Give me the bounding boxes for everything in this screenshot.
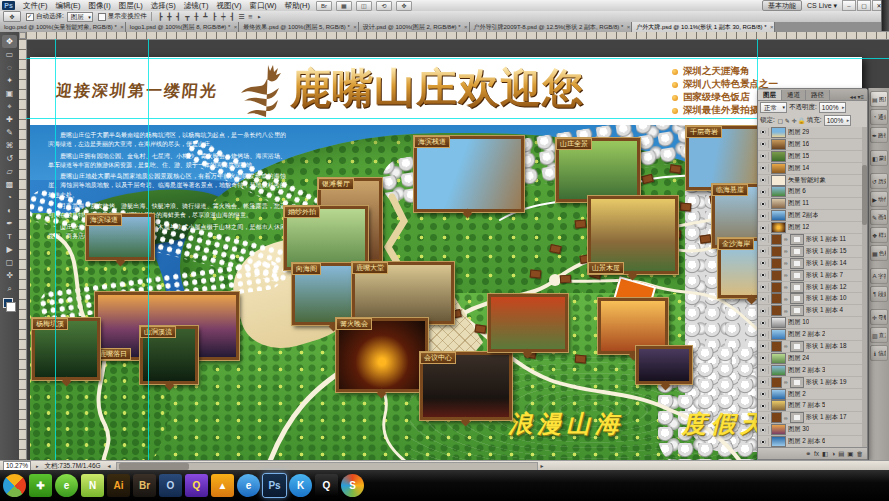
gradient-tool[interactable]: ▩ <box>2 178 17 191</box>
layer-name[interactable]: 形状 1 副本 10 <box>806 294 847 303</box>
layer-thumbnail[interactable] <box>771 258 782 269</box>
lasso-tool[interactable]: ◌ <box>2 61 17 74</box>
healing-brush-tool[interactable]: ✚ <box>2 113 17 126</box>
layer-action-button[interactable]: fx <box>814 450 819 457</box>
kugou-icon[interactable]: K <box>289 474 312 497</box>
layer-name[interactable]: 图层 11 <box>788 199 809 208</box>
vector-mask-thumbnail[interactable] <box>790 282 804 293</box>
vector-mask-thumbnail[interactable] <box>790 293 804 304</box>
layer-row[interactable]: ∞ 图层 10 <box>758 317 862 329</box>
quick-launch-icon[interactable]: ✥ <box>396 1 412 11</box>
visibility-eye-icon[interactable] <box>759 259 769 267</box>
game-center-icon[interactable]: Q <box>185 474 208 497</box>
layer-name[interactable]: 形状 1 副本 14 <box>806 259 847 268</box>
ie-browser-icon[interactable]: e <box>237 474 260 497</box>
layer-row[interactable]: ∞ 图层 14 <box>758 163 862 175</box>
layer-row[interactable]: ∞ 图层 29 <box>758 127 862 139</box>
dock-panel-button[interactable]: ✎ 画笔 <box>870 209 888 225</box>
layer-thumbnail[interactable] <box>771 139 786 150</box>
dock-panel-button[interactable]: ◔ 通道 <box>870 109 888 125</box>
layer-thumbnail[interactable] <box>771 127 786 138</box>
poster-document[interactable]: 迎接深圳第一缕阳光 鹿嘴山庄欢迎您 深圳之天涯海角 深圳八大特色景点之一 <box>30 57 862 460</box>
layer-name[interactable]: 矢量智能对象 <box>788 176 826 185</box>
dock-panel-button[interactable]: ▥ 直方 <box>870 327 888 343</box>
align-distribute-button[interactable]: ╋ <box>165 13 174 21</box>
layer-name[interactable]: 图层 12 <box>788 223 809 232</box>
visibility-eye-icon[interactable] <box>759 152 769 160</box>
layer-thumbnail[interactable] <box>771 400 786 411</box>
layer-action-button[interactable]: ▣ <box>847 450 853 458</box>
photo-viewer-icon[interactable]: ▲ <box>211 474 234 497</box>
visibility-eye-icon[interactable] <box>759 295 769 303</box>
quick-launch-icon[interactable]: Br <box>316 1 332 11</box>
layer-name[interactable]: 图层 10 <box>788 318 809 327</box>
lock-option-button[interactable]: 🔒 <box>798 117 805 124</box>
vector-mask-thumbnail[interactable] <box>790 377 804 388</box>
layer-name[interactable]: 形状 1 副本 18 <box>806 342 847 351</box>
layer-row[interactable]: ∞ 图层 2 副本 3 <box>758 365 862 377</box>
auto-select-target-dropdown[interactable]: 图层 <box>67 12 93 22</box>
layer-action-button[interactable]: 🗑 <box>857 450 864 457</box>
layer-action-button[interactable]: ◧ <box>822 450 828 458</box>
layer-thumbnail[interactable] <box>771 353 786 364</box>
layer-name[interactable]: 形状 1 副本 7 <box>806 271 843 280</box>
cs-live-button[interactable]: CS Live ▾ <box>802 2 842 10</box>
show-desktop-button[interactable] <box>881 0 889 31</box>
dock-panel-button[interactable]: ℹ 信息 <box>870 345 888 361</box>
clone-stamp-tool[interactable]: ⌘ <box>2 139 17 152</box>
layer-thumbnail[interactable] <box>771 151 786 162</box>
layer-thumbnail[interactable] <box>771 317 786 328</box>
visibility-eye-icon[interactable] <box>759 176 769 184</box>
dock-panel-button[interactable]: ▶ 动作 <box>870 191 888 207</box>
align-distribute-button[interactable]: ≡ <box>246 13 255 21</box>
menu-item[interactable]: 视图(V) <box>212 1 245 11</box>
dock-panel-button[interactable]: ✒ 路径 <box>870 127 888 143</box>
visibility-eye-icon[interactable] <box>759 188 769 196</box>
visibility-eye-icon[interactable] <box>759 378 769 386</box>
menu-item[interactable]: 图层(L) <box>115 1 147 11</box>
layer-action-button[interactable]: ⚭ <box>806 450 811 458</box>
layer-row[interactable]: ∞ 图层 12 <box>758 222 862 234</box>
layer-thumbnail[interactable] <box>771 198 786 209</box>
scroll-right-arrow[interactable]: ► <box>538 463 547 469</box>
layer-name[interactable]: 形状 1 副本 4 <box>806 306 843 315</box>
layer-name[interactable]: 图层 24 <box>788 354 809 363</box>
dock-panel-button[interactable]: ↺ 历史 <box>870 173 888 189</box>
menu-item[interactable]: 文件(F) <box>19 1 52 11</box>
layer-thumbnail[interactable] <box>771 341 782 352</box>
visibility-eye-icon[interactable] <box>759 354 769 362</box>
visibility-eye-icon[interactable] <box>759 128 769 136</box>
document-tab[interactable]: 最终效果.psd @ 100%(图层 5, RGB/8) * <box>239 22 358 32</box>
layer-name[interactable]: 图层 15 <box>788 152 809 161</box>
layers-scrollbar[interactable] <box>862 127 867 447</box>
marquee-tool[interactable]: ▭ <box>2 48 17 61</box>
lock-option-button[interactable]: ✎ <box>784 117 791 124</box>
layer-thumbnail[interactable] <box>771 365 786 376</box>
visibility-eye-icon[interactable] <box>759 390 769 398</box>
visibility-eye-icon[interactable] <box>759 331 769 339</box>
window-control-button[interactable]: ▢ <box>857 0 871 11</box>
dock-panel-button[interactable]: ¶ 段落 <box>870 286 888 302</box>
layer-row[interactable]: ∞ 形状 1 副本 11 <box>758 234 862 246</box>
align-distribute-button[interactable]: ┫ <box>174 13 183 21</box>
visibility-eye-icon[interactable] <box>759 426 769 434</box>
crop-tool[interactable]: ▣ <box>2 87 17 100</box>
zoom-tool[interactable]: ⌕ <box>2 282 17 295</box>
layer-row[interactable]: ∞ 图层 2 副本 6 <box>758 436 862 447</box>
document-tab[interactable]: 设计.psd @ 100%(图层 2, RGB/8#) * <box>359 22 470 32</box>
menu-item[interactable]: 帮助(H) <box>281 1 314 11</box>
auto-select-checkbox[interactable] <box>26 13 34 21</box>
path-selection-tool[interactable]: ▶ <box>2 243 17 256</box>
layer-row[interactable]: ∞ 图层 15 <box>758 151 862 163</box>
dock-panel-button[interactable]: ✛ 导航 <box>870 309 888 325</box>
browser-green-icon[interactable]: e <box>55 474 78 497</box>
quick-launch-icon[interactable]: ◫ <box>356 1 372 11</box>
scrollbar-thumb[interactable] <box>862 165 867 225</box>
layer-row[interactable]: ∞ 形状 1 副本 10 <box>758 293 862 305</box>
panel-tab[interactable]: 图层 <box>758 90 782 100</box>
layer-thumbnail[interactable] <box>771 175 786 186</box>
opacity-value[interactable]: 100% <box>819 102 847 113</box>
layer-name[interactable]: 形状 1 副本 19 <box>806 378 847 387</box>
panel-menu-icon[interactable]: ◂◂ ▾≡ <box>850 93 867 100</box>
layer-thumbnail[interactable] <box>771 246 782 257</box>
